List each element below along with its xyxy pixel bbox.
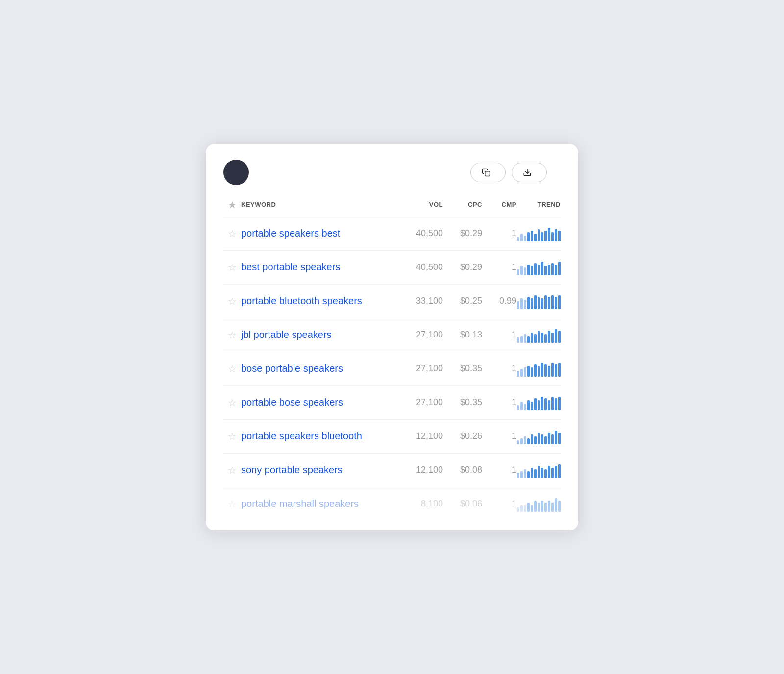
trend-bar bbox=[531, 505, 533, 512]
trend-bar bbox=[527, 400, 530, 410]
cmp-cell: 1 bbox=[482, 330, 516, 340]
star-button[interactable]: ☆ bbox=[228, 499, 237, 509]
trend-bar bbox=[538, 433, 540, 444]
table-row: ☆portable bluetooth speakers33,100$0.250… bbox=[223, 285, 561, 318]
keyword-cell[interactable]: bose portable speakers bbox=[241, 363, 394, 374]
star-header-icon: ★ bbox=[228, 199, 237, 211]
trend-bar bbox=[524, 300, 526, 309]
trend-bar bbox=[541, 397, 543, 410]
trend-bar bbox=[544, 295, 547, 309]
card-header bbox=[223, 160, 561, 185]
trend-bar bbox=[534, 295, 537, 309]
cmp-cell: 1 bbox=[482, 228, 516, 239]
trend-bar bbox=[548, 265, 550, 275]
trend-bar bbox=[531, 468, 533, 478]
trend-bar bbox=[520, 471, 523, 478]
table-row: ☆sony portable speakers12,100$0.081 bbox=[223, 454, 561, 487]
vol-cell: 27,100 bbox=[394, 397, 443, 408]
star-cell: ☆ bbox=[223, 330, 241, 340]
keyword-cell[interactable]: portable bose speakers bbox=[241, 397, 394, 408]
trend-bar bbox=[544, 266, 547, 275]
trend-bar bbox=[544, 436, 547, 444]
star-button[interactable]: ☆ bbox=[228, 229, 237, 239]
star-cell: ☆ bbox=[223, 364, 241, 374]
trend-bar bbox=[520, 438, 523, 444]
cpc-cell: $0.29 bbox=[443, 228, 482, 239]
cmp-cell: 1 bbox=[482, 262, 516, 272]
keyword-cell[interactable]: portable bluetooth speakers bbox=[241, 295, 394, 307]
trend-cell bbox=[516, 327, 561, 343]
keyword-card: ★ KEYWORD VOL CPC CMP TREND ☆portable sp… bbox=[206, 144, 578, 530]
trend-bar bbox=[555, 398, 557, 410]
cpc-cell: $0.08 bbox=[443, 465, 482, 475]
trend-bar bbox=[534, 469, 537, 478]
trend-bar bbox=[544, 469, 547, 478]
vol-cell: 12,100 bbox=[394, 465, 443, 475]
trend-bar bbox=[548, 466, 550, 478]
trend-bar bbox=[555, 229, 557, 241]
trend-bar bbox=[517, 371, 519, 377]
trend-bar bbox=[551, 333, 554, 343]
trend-bar bbox=[517, 237, 519, 241]
keyword-cell[interactable]: best portable speakers bbox=[241, 262, 394, 273]
trend-bar bbox=[531, 266, 533, 275]
trend-bar bbox=[541, 468, 543, 478]
trend-bar bbox=[558, 397, 561, 410]
star-cell: ☆ bbox=[223, 432, 241, 441]
svg-rect-0 bbox=[485, 171, 490, 176]
keyword-cell[interactable]: portable speakers best bbox=[241, 228, 394, 239]
trend-bar bbox=[544, 398, 547, 410]
trend-bar bbox=[534, 398, 537, 410]
trend-cell bbox=[516, 226, 561, 241]
trend-bar bbox=[524, 505, 526, 512]
star-button[interactable]: ☆ bbox=[228, 364, 237, 374]
table-header-row: ★ KEYWORD VOL CPC CMP TREND bbox=[223, 199, 561, 217]
trend-bar bbox=[558, 433, 561, 444]
keyword-cell[interactable]: portable speakers bluetooth bbox=[241, 431, 394, 442]
star-button[interactable]: ☆ bbox=[228, 432, 237, 441]
trend-bar bbox=[520, 369, 523, 377]
trend-cell bbox=[516, 361, 561, 377]
star-cell: ☆ bbox=[223, 398, 241, 408]
copy-button[interactable] bbox=[470, 163, 506, 182]
keyword-cell[interactable]: sony portable speakers bbox=[241, 464, 394, 476]
trend-bar bbox=[520, 402, 523, 410]
table-row: ☆jbl portable speakers27,100$0.131 bbox=[223, 318, 561, 352]
trend-bar bbox=[544, 364, 547, 377]
star-button[interactable]: ☆ bbox=[228, 263, 237, 272]
table-row: ☆best portable speakers40,500$0.291 bbox=[223, 251, 561, 285]
star-button[interactable]: ☆ bbox=[228, 330, 237, 340]
trend-bar bbox=[524, 267, 526, 275]
export-button[interactable] bbox=[512, 163, 547, 182]
star-button[interactable]: ☆ bbox=[228, 296, 237, 306]
table-row: ☆portable speakers bluetooth12,100$0.261 bbox=[223, 420, 561, 454]
star-cell: ☆ bbox=[223, 465, 241, 475]
col-cpc: CPC bbox=[443, 201, 482, 208]
cmp-cell: 1 bbox=[482, 465, 516, 475]
keyword-cell[interactable]: portable marshall speakers bbox=[241, 498, 394, 509]
logo-circle bbox=[223, 160, 249, 185]
star-button[interactable]: ☆ bbox=[228, 398, 237, 408]
star-cell: ☆ bbox=[223, 229, 241, 239]
trend-bar bbox=[531, 231, 533, 241]
trend-bar bbox=[531, 367, 533, 377]
trend-bar bbox=[555, 297, 557, 309]
star-button[interactable]: ☆ bbox=[228, 465, 237, 475]
keyword-cell[interactable]: jbl portable speakers bbox=[241, 329, 394, 340]
trend-bar bbox=[538, 366, 540, 377]
trend-bar bbox=[544, 231, 547, 241]
trend-bar bbox=[527, 232, 530, 241]
trend-bar bbox=[517, 405, 519, 410]
trend-bar bbox=[534, 364, 537, 377]
trend-bar bbox=[541, 232, 543, 241]
trend-bar bbox=[551, 397, 554, 410]
trend-bar bbox=[548, 433, 550, 444]
trend-bar bbox=[520, 266, 523, 275]
trend-bar bbox=[534, 334, 537, 343]
trend-cell bbox=[516, 496, 561, 512]
close-button[interactable] bbox=[553, 170, 561, 174]
trend-bar bbox=[555, 364, 557, 377]
table-row: ☆bose portable speakers27,100$0.351 bbox=[223, 352, 561, 386]
trend-bar bbox=[548, 228, 550, 241]
vol-cell: 40,500 bbox=[394, 228, 443, 239]
